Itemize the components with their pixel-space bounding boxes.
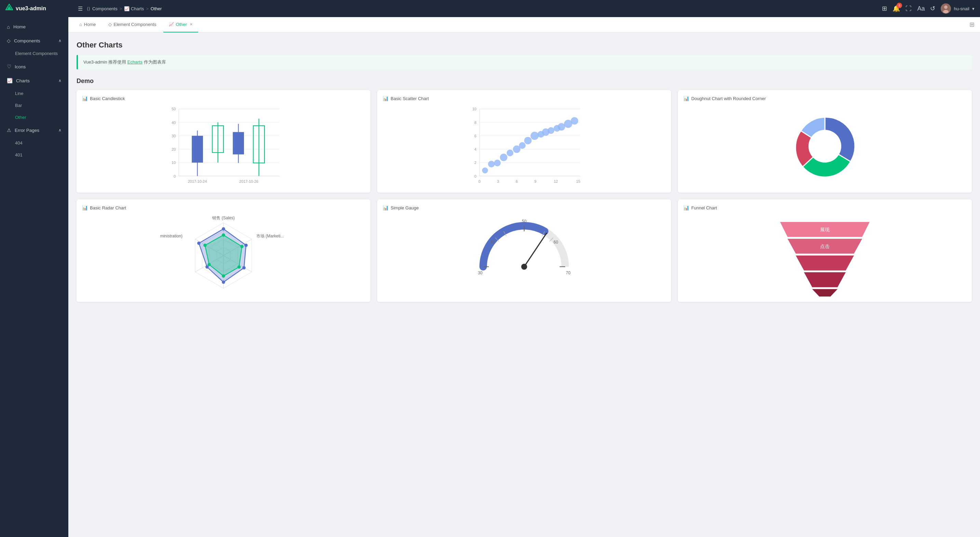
radar-grid: 销售 (Sales) 市场 (Marketi... ministration) <box>160 216 284 288</box>
svg-text:20: 20 <box>172 147 176 151</box>
svg-text:销售 (Sales): 销售 (Sales) <box>212 216 234 220</box>
sidebar-section-charts[interactable]: 📈 Charts ∧ <box>0 74 68 87</box>
icons-icon: ♡ <box>7 64 11 70</box>
layout-icon[interactable]: ⊞ <box>882 5 887 12</box>
svg-text:9: 9 <box>535 180 536 183</box>
svg-marker-112 <box>804 272 846 287</box>
tab-home-icon: ⌂ <box>79 22 82 27</box>
sidebar-item-bar[interactable]: Bar <box>0 99 68 111</box>
tab-element-icon: ◇ <box>108 22 112 27</box>
donut-container <box>683 105 966 187</box>
svg-text:0: 0 <box>173 174 176 178</box>
sidebar-item-element-components[interactable]: Element Components <box>0 48 68 59</box>
tab-element-components[interactable]: ◇ Element Components <box>103 17 162 32</box>
sidebar-section-error-pages[interactable]: ⚠ Error Pages ∧ <box>0 123 68 137</box>
sidebar-item-line[interactable]: Line <box>0 87 68 99</box>
svg-text:6: 6 <box>515 180 518 183</box>
charts-nav-icon: 📈 <box>7 78 13 83</box>
app-name: vue3-admin <box>16 5 46 12</box>
tab-home[interactable]: ⌂ Home <box>74 17 102 32</box>
sidebar-item-home[interactable]: ⌂ Home <box>0 20 68 34</box>
user-area[interactable]: hu-snail ▾ <box>941 3 975 14</box>
candlestick-svg: 50 40 30 20 10 0 <box>82 105 365 187</box>
breadcrumb-components[interactable]: Components <box>92 6 118 11</box>
svg-text:3: 3 <box>497 180 499 183</box>
header-actions: ⊞ 🔔 5 ⛶ Aa ↺ hu-snail ▾ <box>882 3 975 14</box>
chart-card-doughnut-title: 📊 Doughnut Chart with Rounded Corner <box>683 96 966 101</box>
doughnut-chart-area <box>683 105 966 187</box>
scatter-chart-icon: 📊 <box>383 96 388 101</box>
svg-text:40: 40 <box>490 240 495 245</box>
gauge-svg: 30 40 50 60 70 <box>383 214 666 297</box>
radar-svg: 销售 (Sales) 市场 (Marketi... ministration) <box>82 214 365 297</box>
content-area: ⌂ Home ◇ Element Components 📈 Other ✕ ⊞ … <box>68 17 980 537</box>
funnel-chart-icon: 📊 <box>683 205 689 210</box>
svg-point-65 <box>808 130 841 163</box>
svg-marker-113 <box>812 289 837 297</box>
sidebar-children-charts: Line Bar Other <box>0 87 68 123</box>
chart-card-gauge: 📊 Simple Gauge <box>377 200 671 302</box>
breadcrumb: ⟨⟩ Components > 📈 Charts > Other <box>87 6 878 11</box>
tab-other-close[interactable]: ✕ <box>189 22 193 27</box>
translate-icon[interactable]: Aa <box>917 5 924 12</box>
radar-chart-icon: 📊 <box>82 205 88 210</box>
svg-point-49 <box>482 167 488 173</box>
info-text-prefix: Vue3-admin 推荐使用 <box>83 59 127 65</box>
sidebar-section-components[interactable]: ◇ Components ∧ <box>0 34 68 48</box>
sidebar-item-401[interactable]: 401 <box>0 149 68 161</box>
notification-badge: 5 <box>897 3 902 8</box>
svg-text:2: 2 <box>474 160 476 165</box>
svg-point-60 <box>548 127 555 134</box>
sidebar-item-other[interactable]: Other <box>0 111 68 123</box>
tabs-bar: ⌂ Home ◇ Element Components 📈 Other ✕ ⊞ <box>68 17 980 32</box>
page-title: Other Charts <box>76 41 972 49</box>
candlestick-chart-icon: 📊 <box>82 96 88 101</box>
funnel-chart-area: 展现 点击 <box>683 214 966 297</box>
fullscreen-icon[interactable]: ⛶ <box>905 5 912 12</box>
svg-text:2017-10-24: 2017-10-24 <box>188 180 207 183</box>
candlestick-chart-area: 50 40 30 20 10 0 <box>82 105 365 187</box>
svg-point-78 <box>244 243 248 247</box>
menu-toggle-icon[interactable]: ☰ <box>78 5 83 12</box>
svg-point-86 <box>237 265 241 269</box>
echarts-link[interactable]: Echarts <box>127 59 143 65</box>
svg-point-64 <box>571 117 578 125</box>
breadcrumb-charts[interactable]: 📈 Charts <box>124 6 144 11</box>
sidebar-label-charts: Charts <box>16 78 30 83</box>
components-expand-icon: ∧ <box>59 38 62 43</box>
svg-text:点击: 点击 <box>820 243 830 249</box>
sidebar-children-error-pages: 404 401 <box>0 137 68 161</box>
sidebar-item-404[interactable]: 404 <box>0 137 68 149</box>
gauge-chart-icon: 📊 <box>383 205 388 210</box>
tabs-grid-icon[interactable]: ⊞ <box>969 21 975 29</box>
tab-element-label: Element Components <box>114 22 156 27</box>
svg-text:市场 (Marketi...: 市场 (Marketi... <box>256 234 284 238</box>
charts-grid-row1: 📊 Basic Candlestick <box>76 90 972 193</box>
breadcrumb-icon: ⟨⟩ <box>87 6 90 11</box>
svg-point-4 <box>943 10 948 13</box>
svg-point-51 <box>494 159 501 166</box>
sidebar-item-icons[interactable]: ♡ Icons <box>0 59 68 74</box>
main-layout: ⌂ Home ◇ Components ∧ Element Components… <box>0 17 980 537</box>
svg-text:15: 15 <box>576 180 580 183</box>
sidebar-label-components: Components <box>14 38 40 43</box>
svg-text:12: 12 <box>554 180 558 183</box>
sidebar-label-icons: Icons <box>15 64 25 69</box>
svg-point-87 <box>222 274 225 278</box>
user-dropdown-icon[interactable]: ▾ <box>972 6 975 11</box>
svg-point-56 <box>524 137 532 145</box>
svg-text:6: 6 <box>474 134 476 138</box>
svg-text:展现: 展现 <box>820 227 830 232</box>
info-banner: Vue3-admin 推荐使用 Echarts 作为图表库 <box>76 55 972 69</box>
svg-text:2017-10-26: 2017-10-26 <box>239 180 258 183</box>
notification-wrapper[interactable]: 🔔 5 <box>892 5 900 12</box>
refresh-icon[interactable]: ↺ <box>930 5 935 12</box>
tab-other[interactable]: 📈 Other ✕ <box>163 17 199 32</box>
svg-point-50 <box>488 161 495 168</box>
chart-card-scatter-title: 📊 Basic Scatter Chart <box>383 96 666 101</box>
info-text-suffix: 作为图表库 <box>143 59 166 65</box>
tab-home-label: Home <box>84 22 96 27</box>
chart-card-funnel-title: 📊 Funnel Chart <box>683 205 966 210</box>
tab-other-label: Other <box>176 22 187 27</box>
svg-point-82 <box>197 241 200 245</box>
